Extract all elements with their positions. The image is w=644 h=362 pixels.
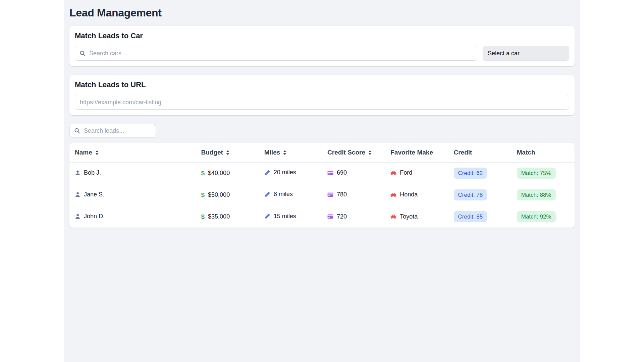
leads-search-wrap	[69, 124, 156, 138]
user-icon	[75, 214, 80, 219]
credit-badge: Credit: 78	[454, 189, 487, 200]
lead-budget: $50,000	[208, 191, 230, 198]
column-label: Name	[75, 149, 92, 156]
match-car-heading: Match Leads to Car	[75, 32, 569, 40]
match-badge: Match: 75%	[517, 168, 556, 179]
car-search-wrap	[75, 46, 477, 61]
url-input[interactable]	[75, 95, 569, 110]
column-header-miles[interactable]: Miles	[259, 143, 322, 162]
table-header-row: Name Budget Miles Credit Score Favorite …	[69, 143, 575, 162]
user-icon	[75, 170, 80, 176]
table-row: John D. $$35,000 15 miles 720 Toyota Cre…	[69, 206, 575, 228]
sort-arrows-icon	[95, 150, 99, 155]
lead-budget: $35,000	[208, 213, 230, 220]
lead-name: John D.	[84, 213, 105, 220]
lead-name: Bob J.	[84, 169, 101, 176]
lead-miles: 15 miles	[274, 213, 296, 220]
lead-favorite-make: Ford	[400, 169, 412, 176]
dollar-sign-icon: $	[201, 213, 205, 221]
leads-search-input[interactable]	[69, 124, 156, 138]
car-select[interactable]: Select a car	[483, 46, 569, 61]
lead-credit-score: 720	[337, 213, 347, 220]
column-label: Budget	[201, 149, 223, 156]
dollar-sign-icon: $	[201, 170, 205, 177]
lead-budget: $40,000	[208, 170, 230, 177]
column-header-name[interactable]: Name	[69, 143, 196, 162]
ruler-icon	[264, 170, 270, 176]
lead-credit-score: 690	[337, 169, 347, 176]
sort-arrows-icon	[226, 150, 230, 155]
lead-favorite-make: Honda	[400, 191, 418, 198]
column-header-favorite-make: Favorite Make	[385, 143, 448, 162]
column-label: Credit	[454, 149, 472, 156]
dollar-sign-icon: $	[201, 191, 205, 199]
page-title: Lead Management	[69, 7, 575, 19]
ruler-icon	[264, 191, 270, 197]
match-badge: Match: 92%	[517, 211, 556, 222]
column-label: Favorite Make	[390, 149, 433, 156]
sort-arrows-icon	[283, 150, 287, 155]
credit-badge: Credit: 85	[454, 211, 487, 222]
match-url-heading: Match Leads to URL	[75, 80, 569, 89]
car-icon	[390, 171, 396, 175]
credit-badge: Credit: 62	[454, 168, 487, 179]
table-row: Jane S. $$50,000 8 miles 780 Honda Credi…	[69, 184, 575, 206]
ruler-icon	[264, 213, 270, 219]
search-icon	[74, 128, 80, 134]
column-header-credit: Credit	[448, 143, 512, 162]
column-header-budget[interactable]: Budget	[196, 143, 259, 162]
table-row: Bob J. $$40,000 20 miles 690 Ford Credit…	[69, 162, 575, 184]
lead-miles: 8 miles	[274, 191, 293, 198]
match-leads-to-url-card: Match Leads to URL	[69, 75, 575, 115]
lead-credit-score: 780	[337, 191, 347, 198]
match-leads-to-car-card: Match Leads to Car Select a car	[69, 26, 575, 66]
lead-miles: 20 miles	[274, 169, 296, 176]
leads-table: Name Budget Miles Credit Score Favorite …	[69, 143, 575, 228]
sort-arrows-icon	[368, 150, 372, 155]
lead-favorite-make: Toyota	[400, 213, 418, 220]
app-container: Lead Management Match Leads to Car Selec…	[64, 0, 580, 362]
credit-card-icon	[327, 171, 333, 175]
column-label: Match	[517, 149, 535, 156]
match-badge: Match: 88%	[517, 189, 556, 200]
search-icon	[79, 50, 86, 56]
column-label: Miles	[264, 149, 280, 156]
credit-card-icon	[327, 214, 333, 219]
car-icon	[390, 214, 396, 219]
user-icon	[75, 192, 80, 197]
column-label: Credit Score	[327, 149, 365, 156]
car-search-input[interactable]	[75, 46, 477, 61]
column-header-credit-score[interactable]: Credit Score	[322, 143, 385, 162]
car-icon	[390, 192, 396, 197]
leads-table-card: Name Budget Miles Credit Score Favorite …	[69, 143, 575, 228]
lead-name: Jane S.	[84, 191, 104, 198]
column-header-match: Match	[512, 143, 575, 162]
credit-card-icon	[327, 192, 333, 197]
